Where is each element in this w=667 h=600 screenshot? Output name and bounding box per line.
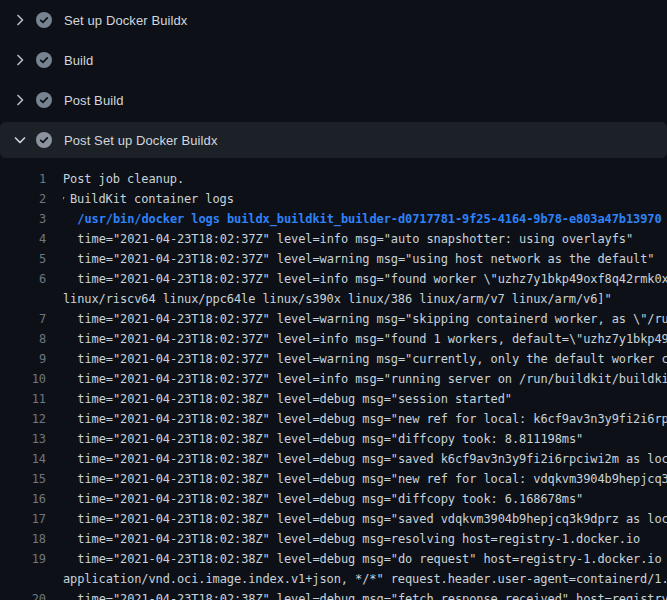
log-line-command: 3 /usr/bin/docker logs buildx_buildkit_b… <box>0 209 667 229</box>
log-line: 11 time="2021-04-23T18:02:38Z" level=deb… <box>0 389 667 409</box>
log-view: 1 Post job cleanup. 2 ▼BuildKit containe… <box>0 160 667 600</box>
log-line-number <box>0 289 46 309</box>
log-line-text: time="2021-04-23T18:02:38Z" level=debug … <box>63 409 667 429</box>
log-group-toggle[interactable]: ▼BuildKit container logs <box>63 189 234 209</box>
log-line-number[interactable]: 12 <box>0 409 46 429</box>
log-line-text: Post job cleanup. <box>63 169 184 189</box>
log-line-text: time="2021-04-23T18:02:37Z" level=warnin… <box>63 349 667 369</box>
log-line: 6 time="2021-04-23T18:02:37Z" level=info… <box>0 269 667 289</box>
log-line-text: time="2021-04-23T18:02:37Z" level=warnin… <box>63 249 654 269</box>
log-line-text: linux/riscv64 linux/ppc64le linux/s390x … <box>63 289 612 309</box>
step-list: Set up Docker Buildx Build Post Build <box>0 0 667 158</box>
log-line-text: application/vnd.oci.image.index.v1+json,… <box>63 569 667 589</box>
log-line-number[interactable]: 1 <box>0 169 46 189</box>
log-line-text: time="2021-04-23T18:02:38Z" level=debug … <box>63 449 667 469</box>
log-line-text: time="2021-04-23T18:02:37Z" level=info m… <box>63 229 633 249</box>
log-line-number[interactable]: 13 <box>0 429 46 449</box>
log-line-number[interactable]: 6 <box>0 269 46 289</box>
log-line-number[interactable]: 11 <box>0 389 46 409</box>
log-line: 18 time="2021-04-23T18:02:38Z" level=deb… <box>0 529 667 549</box>
log-line-text: time="2021-04-23T18:02:37Z" level=info m… <box>63 269 667 289</box>
log-line-number[interactable]: 7 <box>0 309 46 329</box>
log-line: 9 time="2021-04-23T18:02:37Z" level=warn… <box>0 349 667 369</box>
step-label: Build <box>64 53 93 68</box>
log-line-number[interactable]: 8 <box>0 329 46 349</box>
check-circle-icon <box>36 12 52 28</box>
actions-log-panel: Set up Docker Buildx Build Post Build <box>0 0 667 600</box>
log-line: 13 time="2021-04-23T18:02:38Z" level=deb… <box>0 429 667 449</box>
log-line-text: time="2021-04-23T18:02:38Z" level=debug … <box>63 489 583 509</box>
log-line-text: time="2021-04-23T18:02:37Z" level=info m… <box>63 369 667 389</box>
log-line-text: time="2021-04-23T18:02:38Z" level=debug … <box>63 589 667 600</box>
log-line-text: /usr/bin/docker logs buildx_buildkit_bui… <box>63 209 662 229</box>
log-line-number <box>0 569 46 589</box>
step-post-build[interactable]: Post Build <box>0 80 667 120</box>
log-line-number[interactable]: 10 <box>0 369 46 389</box>
log-line: 20 time="2021-04-23T18:02:38Z" level=deb… <box>0 589 667 600</box>
log-line-wrap: linux/riscv64 linux/ppc64le linux/s390x … <box>0 289 667 309</box>
log-line-number[interactable]: 16 <box>0 489 46 509</box>
log-line-text: time="2021-04-23T18:02:37Z" level=info m… <box>63 329 667 349</box>
log-line: 7 time="2021-04-23T18:02:37Z" level=warn… <box>0 309 667 329</box>
step-post-set-up-docker-buildx[interactable]: Post Set up Docker Buildx <box>0 122 667 158</box>
log-line: 15 time="2021-04-23T18:02:38Z" level=deb… <box>0 469 667 489</box>
chevron-right-icon[interactable] <box>12 12 28 28</box>
check-circle-icon <box>36 132 52 148</box>
log-line-number[interactable]: 4 <box>0 229 46 249</box>
chevron-right-icon[interactable] <box>12 92 28 108</box>
log-line-text: time="2021-04-23T18:02:38Z" level=debug … <box>63 429 583 449</box>
log-line-text: time="2021-04-23T18:02:38Z" level=debug … <box>63 549 667 569</box>
log-line: 12 time="2021-04-23T18:02:38Z" level=deb… <box>0 409 667 429</box>
step-label: Post Set up Docker Buildx <box>64 133 218 148</box>
log-line-text: time="2021-04-23T18:02:38Z" level=debug … <box>63 469 667 489</box>
log-line-number[interactable]: 19 <box>0 549 46 569</box>
log-line-number[interactable]: 18 <box>0 529 46 549</box>
log-line-number[interactable]: 14 <box>0 449 46 469</box>
check-circle-icon <box>36 52 52 68</box>
log-line: 10 time="2021-04-23T18:02:37Z" level=inf… <box>0 369 667 389</box>
log-line-text: BuildKit container logs <box>70 192 234 206</box>
chevron-down-icon[interactable] <box>12 132 28 148</box>
step-build[interactable]: Build <box>0 40 667 80</box>
log-line: 1 Post job cleanup. <box>0 169 667 189</box>
log-line: 4 time="2021-04-23T18:02:37Z" level=info… <box>0 229 667 249</box>
log-line: 19 time="2021-04-23T18:02:38Z" level=deb… <box>0 549 667 569</box>
log-line-text: time="2021-04-23T18:02:38Z" level=debug … <box>63 529 640 549</box>
log-line-number[interactable]: 9 <box>0 349 46 369</box>
log-line-text: time="2021-04-23T18:02:38Z" level=debug … <box>63 389 512 409</box>
log-line-number[interactable]: 3 <box>0 209 46 229</box>
log-line-group-header: 2 ▼BuildKit container logs <box>0 189 667 209</box>
log-line: 16 time="2021-04-23T18:02:38Z" level=deb… <box>0 489 667 509</box>
log-line-number[interactable]: 20 <box>0 589 46 600</box>
log-line-number[interactable]: 5 <box>0 249 46 269</box>
log-line-wrap: application/vnd.oci.image.index.v1+json,… <box>0 569 667 589</box>
log-line: 17 time="2021-04-23T18:02:38Z" level=deb… <box>0 509 667 529</box>
log-line-text: time="2021-04-23T18:02:38Z" level=debug … <box>63 509 667 529</box>
chevron-right-icon[interactable] <box>12 52 28 68</box>
log-line-number[interactable]: 15 <box>0 469 46 489</box>
step-label: Post Build <box>64 93 124 108</box>
step-set-up-docker-buildx[interactable]: Set up Docker Buildx <box>0 0 667 40</box>
log-line: 8 time="2021-04-23T18:02:37Z" level=info… <box>0 329 667 349</box>
triangle-down-icon[interactable]: ▼ <box>63 189 70 209</box>
log-line-text: time="2021-04-23T18:02:37Z" level=warnin… <box>63 309 667 329</box>
log-line-number[interactable]: 2 <box>0 189 46 209</box>
log-line: 14 time="2021-04-23T18:02:38Z" level=deb… <box>0 449 667 469</box>
check-circle-icon <box>36 92 52 108</box>
step-label: Set up Docker Buildx <box>64 13 187 28</box>
log-line: 5 time="2021-04-23T18:02:37Z" level=warn… <box>0 249 667 269</box>
log-line-number[interactable]: 17 <box>0 509 46 529</box>
